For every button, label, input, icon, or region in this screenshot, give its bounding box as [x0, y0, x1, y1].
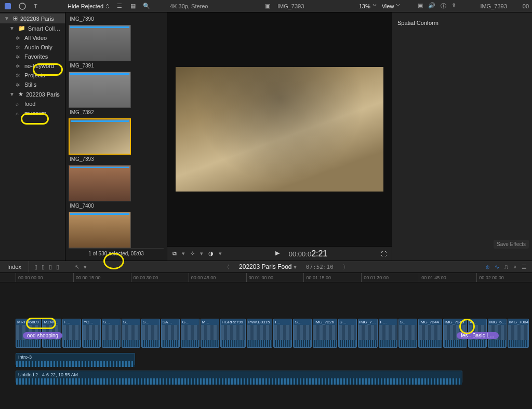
- timeline[interactable]: ood shopping fes - Basic L… MRTM6809MZNV…: [0, 282, 532, 409]
- smart-item-stills[interactable]: ✲Stills: [0, 80, 65, 89]
- index-button[interactable]: Index: [0, 261, 29, 272]
- insert-clip-icon[interactable]: ▯: [42, 264, 45, 270]
- viewer-canvas[interactable]: [167, 12, 392, 246]
- overwrite-clip-icon[interactable]: ▯: [56, 264, 59, 270]
- disclosure-triangle-icon[interactable]: ▼: [9, 25, 16, 31]
- clip-thumbnail-selected[interactable]: [69, 118, 131, 155]
- event-row[interactable]: ▼ ★ 202203 Paris: [0, 89, 65, 99]
- zoom-value: 13%: [359, 3, 370, 9]
- timeline-clip[interactable]: IMG_7244: [418, 319, 442, 348]
- timeline-clip[interactable]: S…: [122, 319, 140, 348]
- clip-thumbnail[interactable]: [69, 212, 131, 248]
- solo-icon[interactable]: ⎍: [504, 264, 508, 270]
- waveform: [43, 340, 60, 347]
- audio-track[interactable]: Intro-3: [16, 353, 135, 365]
- enhance-icon[interactable]: ✧: [190, 250, 195, 257]
- titles-icon[interactable]: T: [32, 2, 42, 11]
- project-title[interactable]: 202203 Paris Food ▾: [239, 263, 297, 270]
- clip-thumbnail[interactable]: [69, 165, 131, 201]
- timeline-clip[interactable]: G…: [181, 319, 200, 348]
- tl-options-icon[interactable]: ☰: [522, 264, 527, 270]
- disclosure-triangle-icon[interactable]: ▼: [4, 16, 10, 21]
- clip-filter-menu[interactable]: Hide Rejected: [68, 3, 110, 9]
- prev-edit-icon[interactable]: 〈: [224, 263, 230, 271]
- clip-title: M…: [201, 319, 219, 325]
- timeline-clip[interactable]: I…: [273, 319, 292, 348]
- gear-icon: ✲: [16, 35, 22, 41]
- append-clip-icon[interactable]: ▯: [49, 264, 52, 270]
- folder-icon: 📁: [18, 25, 25, 32]
- zoom-menu[interactable]: 13%: [359, 3, 377, 9]
- connect-clip-icon[interactable]: ▯: [34, 264, 37, 270]
- keyword-food[interactable]: ⌕food: [0, 99, 65, 108]
- filmstrip-view-icon[interactable]: ▦: [128, 2, 138, 11]
- audio-inspector-icon[interactable]: 🔊: [428, 2, 435, 10]
- browser-status: 1 of 530 selected, 05:03: [69, 248, 164, 258]
- waveform: [247, 340, 272, 347]
- smart-item-no-keyword[interactable]: ✲no-keyword: [0, 61, 65, 71]
- save-effects-button[interactable]: Save Effects: [494, 240, 529, 249]
- view-menu[interactable]: View: [382, 3, 401, 9]
- list-view-icon[interactable]: ☰: [115, 2, 124, 11]
- clip-filmstrip: [399, 325, 417, 340]
- timeline-clip[interactable]: S…: [293, 319, 312, 348]
- waveform: [102, 340, 120, 347]
- clip-filmstrip: [508, 325, 528, 340]
- disclosure-triangle-icon[interactable]: ▼: [9, 91, 16, 97]
- keyword-museum[interactable]: ⌕museum: [0, 108, 65, 118]
- chevron-down-icon[interactable]: ▾: [219, 250, 222, 257]
- timeline-clip[interactable]: F…: [62, 319, 81, 348]
- timeline-clip[interactable]: SA…: [161, 319, 180, 348]
- next-edit-icon[interactable]: 〉: [343, 263, 349, 271]
- smart-item-projects[interactable]: ✲Projects: [0, 71, 65, 80]
- timeline-clip[interactable]: S…: [398, 319, 417, 348]
- primary-storyline: MRTM6809MZNV…F…YC…S…S…S…SA…G…M…HGRR2799P…: [16, 319, 529, 348]
- chevron-down-icon[interactable]: ▾: [84, 264, 87, 270]
- timeline-clip[interactable]: YC…: [82, 319, 101, 348]
- retime-icon[interactable]: ◑: [208, 250, 214, 257]
- timeline-clip[interactable]: S…: [141, 319, 160, 348]
- chapter-marker[interactable]: fes - Basic L…: [457, 332, 499, 339]
- time-ruler[interactable]: 00:00:00:00 00:00:15:00 00:00:30:00 00:0…: [0, 273, 532, 282]
- audio-skimming-icon[interactable]: ∿: [495, 264, 499, 270]
- snapping-icon[interactable]: ⌖: [513, 264, 516, 270]
- skimming-icon[interactable]: ⎋: [486, 264, 489, 270]
- chevron-down-icon[interactable]: ▾: [182, 250, 185, 257]
- clip-thumbnail[interactable]: [69, 72, 131, 108]
- inspector-panel: Spatial Conform: [392, 12, 532, 261]
- fullscreen-icon[interactable]: ⛶: [381, 251, 387, 257]
- arrow-tool-icon[interactable]: ↖: [75, 264, 79, 270]
- timeline-clip[interactable]: IMG_7004: [508, 319, 529, 348]
- timeline-clip[interactable]: IMG_7…: [358, 319, 378, 348]
- smart-item-audio-only[interactable]: ✲Audio Only: [0, 43, 65, 52]
- smart-item-favorites[interactable]: ✲Favorites: [0, 52, 65, 61]
- audio-track[interactable]: Untitled 2 - 4-6-22, 10.55 AM: [16, 371, 462, 383]
- timeline-clip[interactable]: M…: [201, 319, 219, 348]
- timeline-clip[interactable]: S…: [338, 319, 357, 348]
- timeline-clip[interactable]: HGRR2799: [220, 319, 246, 348]
- timeline-clip[interactable]: S…: [102, 319, 121, 348]
- timeline-clip[interactable]: F…: [379, 319, 397, 348]
- play-button[interactable]: ▶: [275, 250, 284, 258]
- video-inspector-icon[interactable]: ▣: [418, 2, 423, 10]
- search-icon[interactable]: 🔍: [142, 2, 151, 11]
- clip-thumbnail[interactable]: [69, 25, 131, 61]
- ruler-tick: 00:01:30:00: [361, 273, 417, 282]
- waveform: [488, 340, 506, 347]
- info-inspector-icon[interactable]: ⓘ: [441, 2, 446, 10]
- svg-text:T: T: [34, 3, 37, 9]
- crop-icon[interactable]: ⧉: [172, 250, 177, 257]
- media-icon[interactable]: [18, 2, 27, 11]
- clip-title: PWKB0315: [247, 319, 272, 325]
- smart-collection-folder[interactable]: ▼ 📁 Smart Colle…: [0, 23, 65, 33]
- share-icon[interactable]: ⇪: [451, 2, 456, 10]
- waveform: [313, 340, 336, 347]
- smart-item-all-video[interactable]: ✲All Video: [0, 33, 65, 43]
- chapter-marker[interactable]: ood shopping: [23, 332, 62, 339]
- library-row[interactable]: ▼ ⊞ 202203 Paris: [0, 13, 65, 23]
- timeline-clip[interactable]: IMG_7226: [313, 319, 337, 348]
- library-icon[interactable]: [3, 2, 12, 11]
- timeline-clip[interactable]: PWKB0315: [247, 319, 272, 348]
- waveform: [162, 340, 179, 347]
- chevron-down-icon[interactable]: ▾: [200, 250, 203, 257]
